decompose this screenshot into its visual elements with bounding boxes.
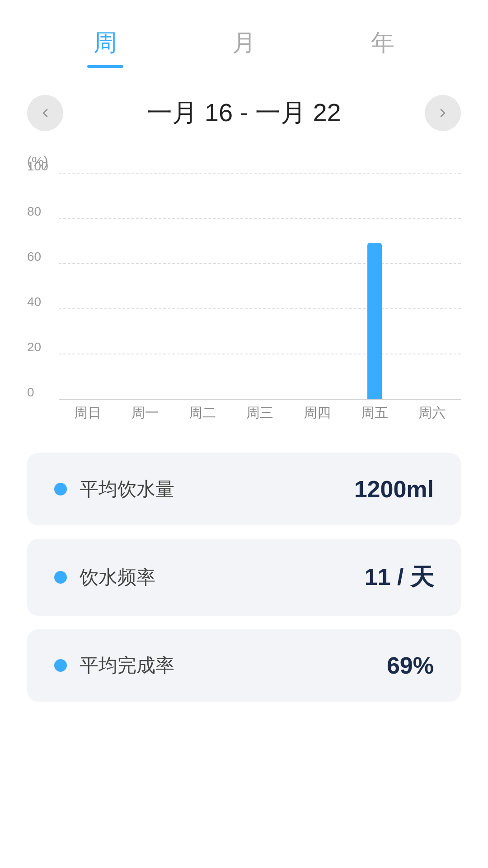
date-range-title: 一月 16 - 一月 22 (81, 96, 407, 130)
stat-value-completion: 69% (387, 652, 434, 679)
bar-col-周六 (404, 173, 461, 399)
stat-card-frequency: 饮水频率 11 / 天 (27, 539, 461, 616)
stat-label-water-intake: 平均饮水量 (80, 476, 174, 502)
stat-card-water-intake: 平均饮水量 1200ml (27, 453, 461, 525)
bar-col-周四 (289, 173, 346, 399)
x-label-周五: 周五 (346, 404, 404, 422)
grid-label-80: 80 (27, 204, 41, 219)
stat-value-frequency: 11 / 天 (365, 561, 434, 593)
x-axis: 周日周一周二周三周四周五周六 (59, 399, 461, 426)
stat-value-water-intake: 1200ml (354, 476, 434, 503)
chart-bars (59, 173, 461, 399)
grid-label-100: 100 (27, 159, 48, 174)
date-navigation: 一月 16 - 一月 22 (0, 77, 488, 145)
bar-周五 (367, 243, 382, 399)
grid-label-60: 60 (27, 250, 41, 264)
bar-col-周日 (59, 173, 116, 399)
tab-bar: 周 月 年 (0, 0, 488, 77)
chart-container: (%) 100 80 60 40 20 (0, 145, 488, 435)
stats-section: 平均饮水量 1200ml 饮水频率 11 / 天 平均完成率 69% (0, 435, 488, 720)
y-axis-label: (%) (27, 154, 461, 169)
x-label-周一: 周一 (116, 404, 174, 422)
stat-label-completion: 平均完成率 (80, 653, 174, 678)
bar-col-周一 (116, 173, 174, 399)
grid-label-0: 0 (27, 385, 34, 400)
tab-month[interactable]: 月 (214, 23, 274, 68)
bar-col-周二 (174, 173, 231, 399)
x-label-周六: 周六 (404, 404, 461, 422)
next-date-button[interactable] (425, 95, 461, 131)
stat-dot-frequency (54, 571, 67, 584)
x-label-周日: 周日 (59, 404, 116, 422)
prev-date-button[interactable] (27, 95, 63, 131)
grid-label-20: 20 (27, 340, 41, 354)
tab-week[interactable]: 周 (75, 23, 135, 68)
chart-area: 100 80 60 40 20 0 (27, 173, 461, 426)
bar-col-周三 (231, 173, 288, 399)
stat-card-completion: 平均完成率 69% (27, 629, 461, 702)
stat-label-frequency: 饮水频率 (80, 565, 155, 590)
stat-dot-water-intake (54, 483, 67, 495)
x-label-周四: 周四 (289, 404, 346, 422)
stat-dot-completion (54, 659, 67, 672)
bar-col-周五 (346, 173, 404, 399)
grid-label-40: 40 (27, 295, 41, 309)
tab-year[interactable]: 年 (353, 23, 413, 68)
x-label-周三: 周三 (231, 404, 288, 422)
x-label-周二: 周二 (174, 404, 231, 422)
